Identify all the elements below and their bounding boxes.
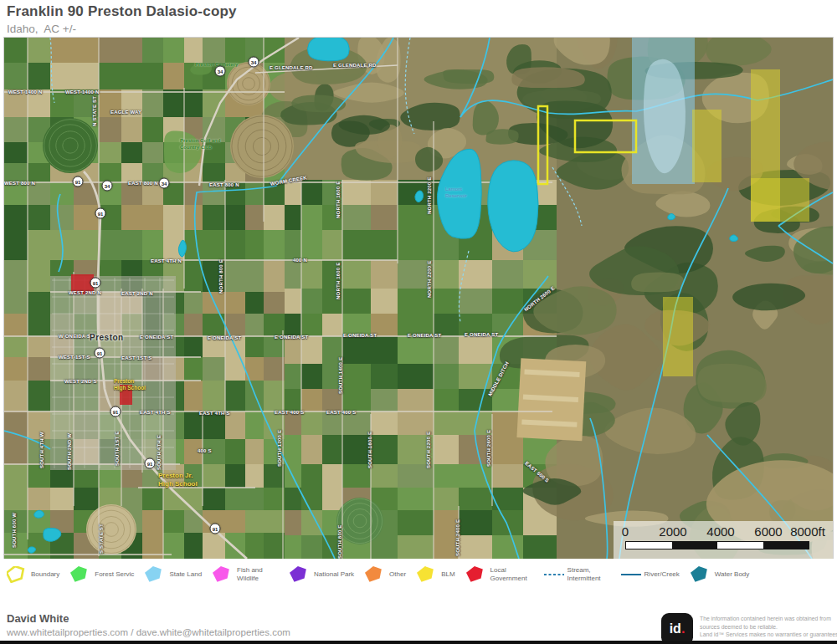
road-label: SOUTH 1ST E xyxy=(115,431,120,466)
road-label: WEST 800 N xyxy=(4,181,35,186)
disclaimer-text: The information contained herein was obt… xyxy=(700,615,837,644)
road-label: NORTH 800 E xyxy=(218,259,223,294)
highway-shield: 91 xyxy=(73,176,84,187)
scale-tick-label: 4000 xyxy=(706,524,734,539)
scale-segment xyxy=(626,542,672,549)
map-canvas[interactable]: WEST 1400 NWEST 1400 NE GLENDALE RDE GLE… xyxy=(4,38,833,559)
legend-item: Boundary xyxy=(7,566,59,583)
road-label: W ONEIDA ST xyxy=(59,334,94,339)
legend-swatch-icon xyxy=(70,566,89,583)
place-label: Preston Golf and Country Club xyxy=(180,138,220,151)
road-label: NORTH 1600 E xyxy=(336,263,341,299)
legend-item: Other xyxy=(365,566,406,583)
road-label: SOUTH 2400 E xyxy=(455,519,460,556)
legend-item-label: National Park xyxy=(314,570,354,579)
place-label: Lamont Reservoir xyxy=(445,187,467,199)
legend-item: Stream, Intermittent xyxy=(543,566,609,583)
road-label: E ONEIDA ST xyxy=(140,335,173,340)
highway-shield: 91 xyxy=(210,524,221,534)
road-label: N STATE ST xyxy=(92,96,97,126)
road-label: SOUTH 4TH W xyxy=(39,432,44,468)
road-label: E ONEIDA ST xyxy=(343,333,377,338)
scale-segment xyxy=(672,542,718,549)
road-label: E ONEIDA ST xyxy=(208,335,241,340)
legend-swatch-icon xyxy=(365,566,383,583)
legend-swatch-icon xyxy=(7,566,25,583)
page-subtitle: Idaho, AC +/- xyxy=(7,23,237,35)
place-label: Preston xyxy=(90,333,124,344)
place-label: Preston Jr. High School xyxy=(158,472,198,488)
road-label: E ONEIDA ST xyxy=(408,333,441,338)
legend-swatch-icon xyxy=(290,566,308,583)
road-label: NORTH 2200 E xyxy=(427,177,432,214)
road-label: EAST 4TH S xyxy=(199,411,230,416)
legend-item: Water Body xyxy=(691,566,750,583)
road-label: NORTH 2600 E xyxy=(523,285,556,312)
legend-item-label: Boundary xyxy=(31,570,59,579)
legend-swatch-icon xyxy=(213,566,231,583)
road-label: SOUTH 1200 E xyxy=(277,430,282,467)
road-label: EAST 400 S xyxy=(275,410,304,415)
road-label: MIDDLE DITCH xyxy=(487,361,510,397)
road-label: E ONEIDA ST xyxy=(275,335,308,340)
legend-item-label: Forest Servic xyxy=(95,570,134,579)
legend-item: Forest Servic xyxy=(70,566,134,583)
road-label: SOUTH 600 W xyxy=(12,513,17,548)
road-label: EAST 1ST S xyxy=(121,355,151,360)
road-label: EAST 400 S xyxy=(326,410,356,415)
road-label: E GLENDALE RD xyxy=(270,65,313,70)
highway-shield: 91 xyxy=(145,458,156,469)
map-labels-layer: WEST 1400 NWEST 1400 NE GLENDALE RDE GLE… xyxy=(4,38,833,559)
scale-bar-segments xyxy=(625,541,809,549)
road-label: WEST 1400 N xyxy=(8,89,43,95)
legend-item: BLM xyxy=(417,566,454,583)
road-label: SOUTH 2200 E xyxy=(426,432,431,468)
legend-swatch-icon xyxy=(691,566,709,583)
road-label: EAGLE WAY xyxy=(110,110,141,115)
scale-bar: 02000400060008000ft xyxy=(614,521,833,559)
agent-contact: www.whitetailproperties.com / dave.white… xyxy=(7,627,290,637)
legend-item-label: State Land xyxy=(169,570,202,579)
scale-segment xyxy=(763,542,809,549)
road-label: SOUTH 1400 E xyxy=(338,357,343,394)
road-label: EAST 600 S xyxy=(524,461,550,483)
legend-swatch-icon xyxy=(417,566,435,583)
road-label: EAST 4TH S xyxy=(140,410,171,415)
road-label: WEST 2ND N xyxy=(69,290,101,295)
road-label: SOUTH 2ND W xyxy=(67,433,72,470)
road-label: SOUTH 1600 E xyxy=(367,432,372,468)
legend-item-label: Local Government xyxy=(490,566,532,582)
legend-item-label: River/Creek xyxy=(644,570,680,579)
legend-item-label: BLM xyxy=(441,570,454,579)
footer-agent-block: David White www.whitetailproperties.com … xyxy=(7,612,290,637)
road-label: EAST 800 N xyxy=(209,182,239,187)
legend-item-label: Fish and Wildlife xyxy=(237,566,279,582)
logo-dot: . xyxy=(681,621,685,636)
legend-swatch-icon xyxy=(543,566,562,583)
legend-item: Local Government xyxy=(466,566,532,583)
road-label: E GLENDALE RD xyxy=(333,63,377,68)
legend-item-label: Water Body xyxy=(715,570,750,579)
road-label: NORTH 2200 E xyxy=(427,261,432,298)
road-label: E ONEIDA ST xyxy=(465,332,498,337)
road-label: SOUTH 4TH E xyxy=(157,435,162,470)
highway-shield: 91 xyxy=(110,406,121,417)
road-label: NORTH 1600 E xyxy=(336,181,341,218)
road-label: EAST 800 N xyxy=(128,181,158,186)
report-header: Franklin 90 Preston Dalasio-copy Idaho, … xyxy=(7,3,237,35)
road-label: WEST 1ST S xyxy=(59,355,90,360)
road-label: WEST 2ND S xyxy=(64,379,97,384)
highway-shield: 34 xyxy=(159,178,170,189)
legend-swatch-icon xyxy=(466,566,485,583)
legend-item: State Land xyxy=(145,566,202,583)
scale-tick-label: 6000 xyxy=(754,524,782,539)
road-label: EAST 4TH N xyxy=(151,258,182,263)
highway-shield: 91 xyxy=(90,278,101,289)
road-label: EAST 2ND N xyxy=(121,291,153,296)
legend: BoundaryForest ServicState LandFish and … xyxy=(0,559,837,590)
legend-swatch-icon xyxy=(620,566,639,583)
agent-name: David White xyxy=(7,612,290,625)
highway-shield: 34 xyxy=(215,66,226,77)
road-label: SOUTH 2600 E xyxy=(486,430,491,467)
map-report-page: Franklin 90 Preston Dalasio-copy Idaho, … xyxy=(0,0,837,644)
